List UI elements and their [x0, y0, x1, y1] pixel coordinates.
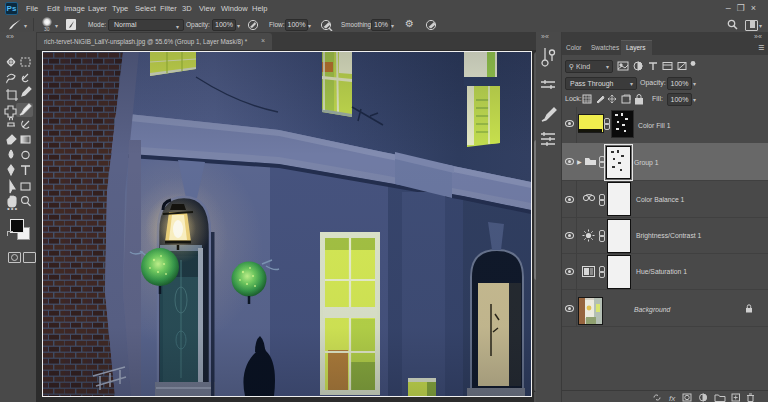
svg-text:fx: fx	[669, 394, 676, 402]
